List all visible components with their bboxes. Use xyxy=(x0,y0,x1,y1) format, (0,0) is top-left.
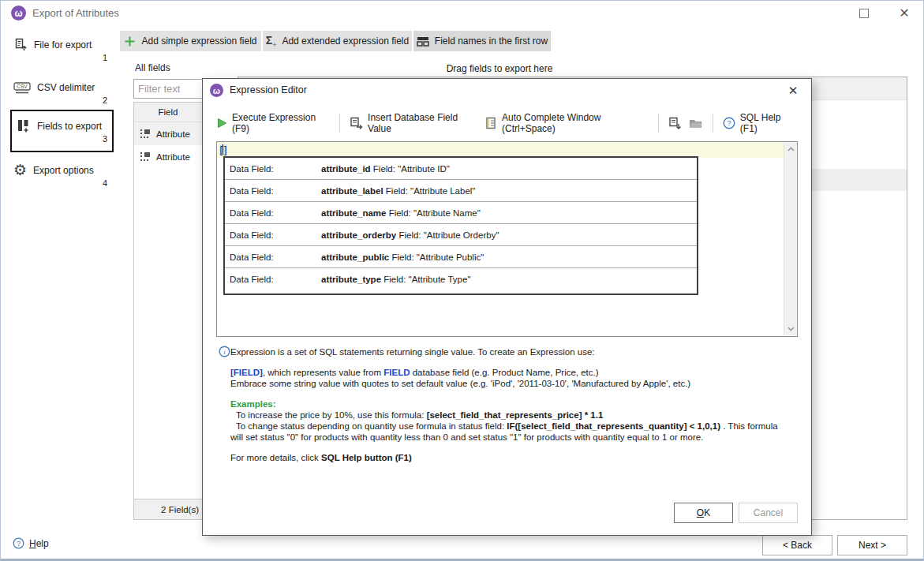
dialog-close-icon[interactable]: ✕ xyxy=(784,82,802,99)
step-number: 3 xyxy=(17,134,112,146)
autocomplete-row[interactable]: Data Field: attribute_type Field: "Attri… xyxy=(225,268,697,290)
help-icon: ? xyxy=(13,537,24,549)
step-number: 1 xyxy=(9,53,114,65)
examples-title: Examples: xyxy=(230,398,276,410)
svg-text:?: ? xyxy=(17,540,21,548)
expression-current-line[interactable]: [] xyxy=(217,142,784,158)
expression-intro-text: Expression is a set of SQL statements re… xyxy=(230,346,595,357)
file-export-icon xyxy=(13,38,28,52)
save-icon xyxy=(668,117,682,129)
table-header-icon xyxy=(417,36,429,47)
app-icon: ω xyxy=(11,6,26,21)
execute-expression-button[interactable]: Execute Expression (F9) xyxy=(217,112,330,134)
autocomplete-row[interactable]: Data Field: attribute_label Field: "Attr… xyxy=(225,180,697,202)
attribute-field-icon xyxy=(140,129,152,140)
field-names-label: Field names in the first row xyxy=(435,36,548,47)
sidebar-item-fields-to-export[interactable]: Fields to export 3 xyxy=(10,110,114,152)
step-number: 2 xyxy=(9,95,114,107)
back-button[interactable]: < Back xyxy=(762,535,832,555)
maximize-icon[interactable] xyxy=(859,9,869,18)
folder-icon xyxy=(689,118,703,129)
field-type-label: Data Field: xyxy=(225,252,321,262)
add-simple-expression-field-button[interactable]: Add simple expression field xyxy=(120,31,261,51)
save-expression-button[interactable] xyxy=(668,117,682,129)
field-type-label: Data Field: xyxy=(225,230,321,240)
toolbar-separator xyxy=(658,114,659,133)
all-fields-label: All fields xyxy=(135,62,170,73)
list-item[interactable]: Attribute xyxy=(134,145,202,168)
info-icon: i xyxy=(219,346,230,357)
sidebar-item-file-for-export[interactable]: File for export 1 xyxy=(9,37,114,65)
add-extended-label: Add extended expression field xyxy=(282,36,409,47)
field-column-header: Field xyxy=(134,103,202,122)
sidebar-label: CSV delimiter xyxy=(37,82,95,93)
sidebar-label: Fields to export xyxy=(37,121,102,132)
add-simple-label: Add simple expression field xyxy=(141,36,256,47)
svg-text:i: i xyxy=(223,348,226,356)
toolbar-separator xyxy=(339,114,340,133)
dialog-app-icon: ω xyxy=(210,84,223,97)
help-link[interactable]: ? Help xyxy=(13,537,49,549)
autocomplete-row[interactable]: Data Field: attribute_id Field: "Attribu… xyxy=(225,158,697,180)
open-expression-button[interactable] xyxy=(689,118,703,129)
example-2-text: To change status depending on quantity u… xyxy=(230,421,792,443)
question-icon: ? xyxy=(723,117,735,129)
export-of-attributes-window: ω Export of Attributes ✕ Add simple expr… xyxy=(0,0,924,561)
close-icon[interactable]: ✕ xyxy=(896,5,913,22)
example-1-text: To increase the price by 10%, use this f… xyxy=(230,410,603,421)
auto-complete-button[interactable]: Auto Complete Window (Ctrl+Space) xyxy=(484,112,649,134)
list-item[interactable]: Attribute xyxy=(134,122,202,145)
autocomplete-popup: Data Field: attribute_id Field: "Attribu… xyxy=(223,156,698,295)
field-name: Attribute xyxy=(156,129,190,139)
filter-input[interactable] xyxy=(133,79,202,99)
autocomplete-row[interactable]: Data Field: attribute_orderby Field: "At… xyxy=(225,224,697,246)
window-title: Export of Attributes xyxy=(32,1,119,26)
field-names-first-row-toggle[interactable]: Field names in the first row xyxy=(413,31,551,51)
play-icon xyxy=(217,118,227,129)
next-button[interactable]: Next > xyxy=(837,535,907,555)
field-type-label: Data Field: xyxy=(225,186,321,196)
svg-text:?: ? xyxy=(727,118,731,127)
fields-to-export-icon xyxy=(17,118,31,133)
title-bar: ω Export of Attributes ✕ xyxy=(1,1,923,26)
autocomplete-row[interactable]: Data Field: attribute_name Field: "Attri… xyxy=(225,202,697,224)
insert-field-label: Insert Database Field Value xyxy=(368,112,477,134)
step-number: 4 xyxy=(9,178,114,190)
field-type-label: Data Field: xyxy=(225,275,321,284)
auto-complete-label: Auto Complete Window (Ctrl+Space) xyxy=(502,112,649,134)
auto-complete-icon xyxy=(484,117,497,129)
ok-button[interactable]: OK xyxy=(674,503,733,523)
scroll-down-icon[interactable] xyxy=(786,324,796,334)
sidebar-item-export-options[interactable]: ⚙ Export options 4 xyxy=(9,163,114,190)
sidebar-label: File for export xyxy=(34,39,92,50)
field-type-label: Data Field: xyxy=(225,208,321,218)
quotes-usage-text: Embrace some string value with quotes to… xyxy=(230,378,690,389)
sigma-plus-icon: Σ+ xyxy=(266,34,277,49)
sidebar-item-csv-delimiter[interactable]: CSV CSV delimiter 2 xyxy=(9,80,114,107)
cancel-button[interactable]: Cancel xyxy=(739,503,798,523)
sidebar-label: Export options xyxy=(33,165,94,176)
autocomplete-row[interactable]: Data Field: attribute_public Field: "Att… xyxy=(225,246,697,268)
csv-icon: CSV xyxy=(13,81,31,95)
drop-hint-label: Drag fields to export here xyxy=(421,63,578,74)
sql-help-button[interactable]: ? SQL Help (F1) xyxy=(723,112,797,134)
field-count-status: 2 Field(s) xyxy=(134,499,202,519)
plus-icon xyxy=(124,36,136,47)
add-extended-expression-field-button[interactable]: Σ+ Add extended expression field xyxy=(263,31,412,51)
dialog-title: Expression Editor xyxy=(230,79,307,102)
expression-editor-dialog: ω Expression Editor ✕ Execute Expression… xyxy=(202,78,812,536)
scroll-up-icon[interactable] xyxy=(786,144,796,155)
insert-database-field-button[interactable]: Insert Database Field Value xyxy=(350,112,477,134)
editor-scrollbar[interactable] xyxy=(784,142,797,336)
more-details-text: For more details, click SQL Help button … xyxy=(230,452,412,463)
toolbar-separator xyxy=(713,114,713,133)
all-fields-list: Field Attribute Attribute 2 Field( xyxy=(133,102,202,520)
insert-field-icon xyxy=(350,117,363,129)
gear-icon: ⚙ xyxy=(13,163,27,178)
dialog-toolbar: Execute Expression (F9) Insert Database … xyxy=(217,112,797,134)
help-label: Help xyxy=(29,538,49,549)
field-name: Attribute xyxy=(156,152,190,162)
svg-text:CSV: CSV xyxy=(17,84,28,89)
field-type-label: Data Field: xyxy=(225,164,321,174)
sql-help-label: SQL Help (F1) xyxy=(740,112,797,134)
